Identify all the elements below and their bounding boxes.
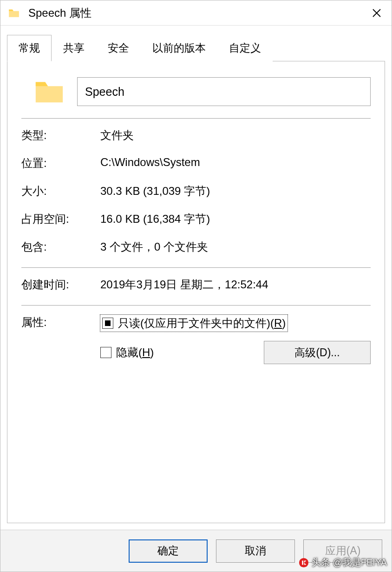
watermark: 头条 @我是FEIYA xyxy=(299,556,387,569)
window-title: Speech 属性 xyxy=(28,6,366,20)
tab-sharing[interactable]: 共享 xyxy=(52,35,96,61)
size-label: 大小: xyxy=(21,184,100,199)
folder-name-input[interactable] xyxy=(77,77,371,106)
folder-icon xyxy=(8,7,20,19)
attributes-label: 属性: xyxy=(21,315,100,364)
hidden-checkbox[interactable] xyxy=(100,347,111,358)
ok-button[interactable]: 确定 xyxy=(129,539,208,563)
location-label: 位置: xyxy=(21,156,100,171)
tab-panel-general: 类型: 文件夹 位置: C:\Windows\System 大小: 30.3 K… xyxy=(7,61,385,523)
tab-general[interactable]: 常规 xyxy=(7,35,52,61)
size-value: 30.3 KB (31,039 字节) xyxy=(100,184,371,199)
tab-previous-versions[interactable]: 以前的版本 xyxy=(141,35,217,61)
separator xyxy=(21,305,371,306)
close-icon[interactable] xyxy=(366,2,388,24)
advanced-button[interactable]: 高级(D)... xyxy=(264,341,371,364)
type-value: 文件夹 xyxy=(100,128,371,143)
tab-strip: 常规 共享 安全 以前的版本 自定义 xyxy=(7,35,385,61)
dialog-body: 常规 共享 安全 以前的版本 自定义 类型: 文件夹 位置: C:\Window… xyxy=(0,26,392,530)
created-value: 2019年3月19日 星期二，12:52:44 xyxy=(100,277,371,292)
type-label: 类型: xyxy=(21,128,100,143)
folder-large-icon xyxy=(21,75,77,108)
created-label: 创建时间: xyxy=(21,277,100,292)
hidden-checkbox-row[interactable]: 隐藏(H) xyxy=(100,345,154,360)
size-on-disk-label: 占用空间: xyxy=(21,212,100,226)
hidden-label: 隐藏(H) xyxy=(116,345,154,360)
readonly-checkbox-row[interactable]: 只读(仅应用于文件夹中的文件)(R) xyxy=(100,315,287,332)
cancel-button[interactable]: 取消 xyxy=(216,539,295,563)
properties-dialog: Speech 属性 常规 共享 安全 以前的版本 自定义 类型: 文件夹 xyxy=(0,0,392,572)
readonly-checkbox[interactable] xyxy=(102,318,113,329)
contains-label: 包含: xyxy=(21,239,100,254)
readonly-label: 只读(仅应用于文件夹中的文件)(R) xyxy=(118,316,286,331)
tab-customize[interactable]: 自定义 xyxy=(217,35,273,61)
contains-value: 3 个文件，0 个文件夹 xyxy=(100,239,371,254)
separator xyxy=(21,118,371,119)
titlebar: Speech 属性 xyxy=(0,0,392,26)
svg-point-0 xyxy=(299,558,308,567)
separator xyxy=(21,267,371,268)
location-value: C:\Windows\System xyxy=(100,156,371,171)
tab-security[interactable]: 安全 xyxy=(96,35,141,61)
size-on-disk-value: 16.0 KB (16,384 字节) xyxy=(100,212,371,226)
